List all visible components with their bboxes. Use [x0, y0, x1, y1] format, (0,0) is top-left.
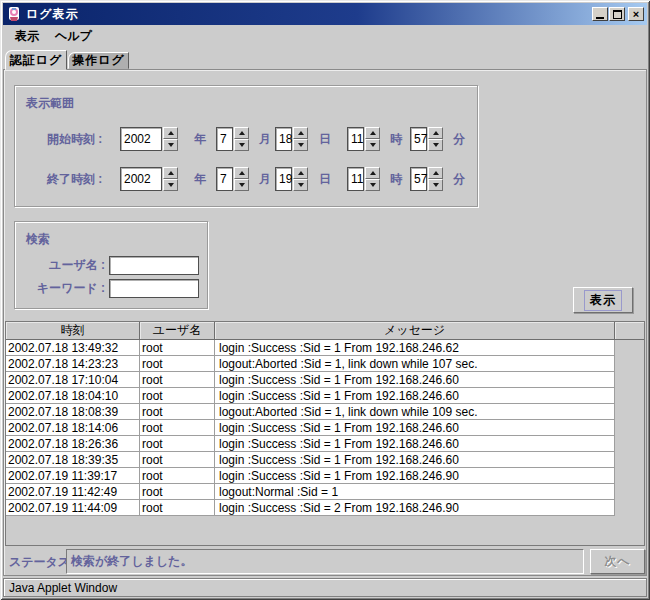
start-hour-field[interactable]: 11: [347, 127, 364, 151]
end-minute-up-button[interactable]: [428, 167, 443, 179]
column-header-user[interactable]: ユーザ名: [140, 322, 215, 340]
arrow-down-icon: [433, 183, 439, 187]
day-unit-label: 日: [319, 171, 331, 188]
start-hour-up-button[interactable]: [365, 127, 380, 139]
table-row[interactable]: 2002.07.18 14:23:23rootlogout:Aborted :S…: [6, 356, 644, 372]
end-day-down-button[interactable]: [293, 179, 308, 191]
row-filler: [615, 372, 644, 388]
username-input[interactable]: [109, 256, 199, 275]
java-applet-warning-text: Java Applet Window: [9, 581, 117, 595]
table-row[interactable]: 2002.07.19 11:42:49rootlogout:Normal :Si…: [6, 484, 644, 500]
start-day-up-button[interactable]: [293, 127, 308, 139]
start-month-down-button[interactable]: [234, 139, 249, 151]
cell-time: 2002.07.18 17:10:04: [6, 372, 140, 388]
menu-view[interactable]: 表示: [7, 25, 47, 48]
titlebar[interactable]: ログ表示 ×: [3, 3, 647, 25]
app-icon: [6, 6, 22, 22]
cell-time: 2002.07.18 18:08:39: [6, 404, 140, 420]
table-row[interactable]: 2002.07.18 18:39:35rootlogin :Success :S…: [6, 452, 644, 468]
cell-time: 2002.07.18 18:04:10: [6, 388, 140, 404]
start-day-field[interactable]: 18: [275, 127, 292, 151]
arrow-down-icon: [433, 143, 439, 147]
start-day-down-button[interactable]: [293, 139, 308, 151]
start-minute-field[interactable]: 57: [410, 127, 427, 151]
cell-message: login :Success :Sid = 1 From 192.168.246…: [215, 340, 615, 356]
table-row[interactable]: 2002.07.18 18:14:06rootlogin :Success :S…: [6, 420, 644, 436]
end-year-up-button[interactable]: [163, 167, 178, 179]
tab-auth-log[interactable]: 認証ログ: [5, 50, 67, 70]
table-row[interactable]: 2002.07.19 11:39:17rootlogin :Success :S…: [6, 468, 644, 484]
month-unit-label: 月: [259, 131, 271, 148]
start-month-spin-buttons: [234, 127, 249, 151]
start-year-field[interactable]: 2002: [120, 127, 162, 151]
display-button-label: 表示: [584, 290, 622, 311]
end-minute-field[interactable]: 57: [410, 167, 427, 191]
column-header-message[interactable]: メッセージ: [215, 322, 615, 340]
arrow-up-icon: [239, 171, 245, 175]
table-row[interactable]: 2002.07.18 17:10:04rootlogin :Success :S…: [6, 372, 644, 388]
start-month-field[interactable]: 7: [216, 127, 233, 151]
application-window: ログ表示 × 表示 ヘルプ 認証ログ 操作ログ 表示範囲 開始時刻 : 2002: [0, 0, 650, 600]
start-year-up-button[interactable]: [163, 127, 178, 139]
cell-time: 2002.07.18 18:14:06: [6, 420, 140, 436]
status-message-field[interactable]: 検索が終了しました。: [66, 549, 584, 574]
window-title: ログ表示: [26, 6, 79, 23]
cell-message: login :Success :Sid = 1 From 192.168.246…: [215, 420, 615, 436]
arrow-up-icon: [239, 131, 245, 135]
menubar: 表示 ヘルプ: [3, 25, 647, 48]
start-time-label: 開始時刻 :: [47, 131, 120, 148]
end-minute-down-button[interactable]: [428, 179, 443, 191]
tab-operation-log[interactable]: 操作ログ: [68, 52, 129, 69]
end-hour-up-button[interactable]: [365, 167, 380, 179]
start-year-down-button[interactable]: [163, 139, 178, 151]
start-minute-down-button[interactable]: [428, 139, 443, 151]
display-button[interactable]: 表示: [573, 287, 633, 313]
cell-message: login :Success :Sid = 1 From 192.168.246…: [215, 388, 615, 404]
end-hour-spinner: 11: [347, 167, 380, 191]
end-hour-down-button[interactable]: [365, 179, 380, 191]
maximize-button[interactable]: [609, 7, 625, 21]
table-row[interactable]: 2002.07.18 13:49:32rootlogin :Success :S…: [6, 340, 644, 356]
minimize-button[interactable]: [592, 7, 608, 21]
end-month-up-button[interactable]: [234, 167, 249, 179]
end-year-spin-buttons: [163, 167, 178, 191]
cell-message: login :Success :Sid = 1 From 192.168.246…: [215, 436, 615, 452]
end-year-down-button[interactable]: [163, 179, 178, 191]
year-unit-label: 年: [194, 131, 206, 148]
menu-help[interactable]: ヘルプ: [47, 25, 100, 48]
column-header-filler: [615, 322, 644, 340]
column-header-time[interactable]: 時刻: [6, 322, 140, 340]
cell-user: root: [140, 420, 215, 436]
end-day-field[interactable]: 19: [275, 167, 292, 191]
table-row[interactable]: 2002.07.18 18:26:36rootlogin :Success :S…: [6, 436, 644, 452]
start-month-up-button[interactable]: [234, 127, 249, 139]
start-year-spinner: 2002: [120, 127, 178, 151]
tab-content-panel: 表示範囲 開始時刻 : 2002 年 7: [3, 69, 647, 576]
end-month-spinner: 7: [216, 167, 249, 191]
end-hour-field[interactable]: 11: [347, 167, 364, 191]
cell-time: 2002.07.18 18:39:35: [6, 452, 140, 468]
start-minute-spin-buttons: [428, 127, 443, 151]
day-unit-label: 日: [319, 131, 331, 148]
close-button[interactable]: ×: [628, 7, 644, 21]
cell-time: 2002.07.18 13:49:32: [6, 340, 140, 356]
log-table: 時刻 ユーザ名 メッセージ 2002.07.18 13:49:32rootlog…: [5, 321, 645, 546]
end-day-spin-buttons: [293, 167, 308, 191]
start-hour-down-button[interactable]: [365, 139, 380, 151]
minute-unit-label: 分: [453, 131, 465, 148]
arrow-down-icon: [298, 143, 304, 147]
cell-message: login :Success :Sid = 1 From 192.168.246…: [215, 468, 615, 484]
start-minute-up-button[interactable]: [428, 127, 443, 139]
table-row[interactable]: 2002.07.19 11:44:09rootlogin :Success :S…: [6, 500, 644, 516]
row-filler: [615, 340, 644, 356]
row-filler: [615, 388, 644, 404]
end-month-field[interactable]: 7: [216, 167, 233, 191]
table-row[interactable]: 2002.07.18 18:08:39rootlogout:Aborted :S…: [6, 404, 644, 420]
table-row[interactable]: 2002.07.18 18:04:10rootlogin :Success :S…: [6, 388, 644, 404]
end-year-field[interactable]: 2002: [120, 167, 162, 191]
year-unit-label: 年: [194, 171, 206, 188]
end-day-up-button[interactable]: [293, 167, 308, 179]
end-day-spinner: 19: [275, 167, 308, 191]
end-month-down-button[interactable]: [234, 179, 249, 191]
keyword-input[interactable]: [109, 279, 199, 298]
